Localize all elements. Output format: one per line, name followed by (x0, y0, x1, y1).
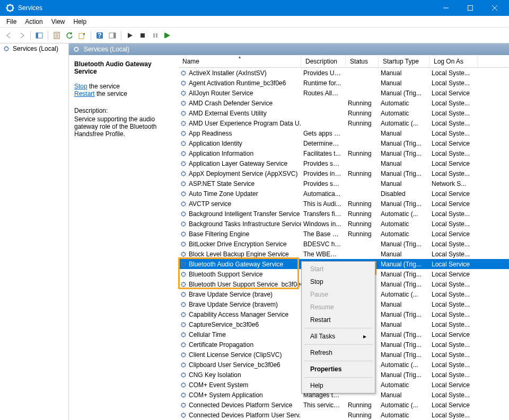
service-startup-cell: Manual (Trig... (379, 311, 429, 318)
column-name[interactable]: Name▴ (178, 55, 301, 67)
cm-properties[interactable]: Properties (303, 363, 374, 376)
menu-help[interactable]: Help (69, 17, 91, 26)
nav-back-button[interactable] (3, 30, 15, 41)
service-logon-cell: Local Syste... (429, 100, 478, 107)
service-desc-cell: Provides su... (301, 180, 346, 187)
service-row[interactable]: AppX Deployment Service (AppXSVC)Provide… (178, 168, 509, 178)
service-row[interactable]: AVCTP serviceThis is Audi...RunningManua… (178, 199, 509, 209)
show-hide-console-button[interactable] (33, 30, 45, 41)
service-logon-cell: Local Syste... (429, 110, 478, 117)
service-row[interactable]: AMD External Events UtilityRunningAutoma… (178, 108, 509, 118)
cm-separator-icon (304, 377, 373, 378)
selected-service-name: Bluetooth Audio Gateway Service (74, 60, 173, 75)
svg-text:?: ? (98, 32, 101, 39)
service-row[interactable]: Auto Time Zone UpdaterAutomatica...Disab… (178, 189, 509, 199)
menu-view[interactable]: View (47, 17, 69, 26)
service-desc-cell: Gets apps re... (301, 130, 346, 137)
service-desc-cell: This service ... (301, 401, 346, 409)
restart-service-link[interactable]: Restart (74, 90, 95, 97)
service-row[interactable]: Background Intelligent Transfer ServiceT… (178, 209, 509, 219)
service-logon-cell: Local Syste... (429, 281, 478, 288)
service-desc-cell: Determines ... (301, 140, 346, 147)
service-row[interactable]: ASP.NET State ServiceProvides su...Manua… (178, 178, 509, 189)
service-gear-icon (179, 371, 188, 379)
toolbar-separator-icon (30, 31, 31, 40)
chevron-right-icon: ▸ (363, 333, 366, 340)
stop-service-link[interactable]: Stop (74, 83, 87, 90)
maximize-button[interactable] (458, 0, 482, 16)
service-status-cell: Running (346, 120, 379, 127)
nav-forward-button[interactable] (16, 30, 28, 41)
service-row[interactable]: BitLocker Drive Encryption ServiceBDESVC… (178, 239, 509, 249)
service-name-cell: App Readiness (189, 130, 232, 137)
service-status-cell: Running (346, 110, 379, 117)
cm-separator-icon (304, 344, 373, 345)
service-logon-cell: Local Syste... (429, 301, 478, 308)
cm-resume[interactable]: Resume (303, 301, 374, 314)
service-logon-cell: Local Service (429, 401, 478, 409)
show-hide-action-pane-button[interactable] (107, 30, 118, 41)
stop-service-button[interactable] (137, 30, 148, 41)
pause-service-button[interactable] (150, 30, 161, 41)
services-icon (2, 44, 11, 53)
menu-action[interactable]: Action (21, 17, 47, 26)
service-row[interactable]: Background Tasks Infrastructure ServiceW… (178, 219, 509, 229)
cm-pause[interactable]: Pause (303, 288, 374, 301)
service-startup-cell: Automatic (379, 100, 429, 107)
tree-root-services[interactable]: Services (Local) (0, 43, 68, 54)
cm-all-tasks[interactable]: All Tasks▸ (303, 330, 374, 343)
service-row[interactable]: Base Filtering EngineThe Base Fil...Runn… (178, 229, 509, 239)
window-title: Services (18, 4, 434, 12)
service-startup-cell: Manual (Trig... (379, 240, 429, 248)
cm-start[interactable]: Start (303, 263, 374, 275)
column-startup-type[interactable]: Startup Type (379, 55, 429, 67)
cm-separator-icon (304, 328, 373, 328)
service-startup-cell: Manual (379, 130, 429, 137)
service-row[interactable]: AllJoyn Router ServiceRoutes AllJo...Man… (178, 88, 509, 98)
service-gear-icon (179, 169, 188, 178)
service-gear-icon (179, 320, 188, 329)
description-label: Description: (74, 107, 173, 114)
column-status[interactable]: Status (346, 55, 379, 67)
export-list-button[interactable] (76, 30, 88, 41)
column-description[interactable]: Description (301, 55, 346, 67)
cm-refresh[interactable]: Refresh (303, 346, 374, 359)
menu-file[interactable]: File (2, 17, 21, 26)
service-name-cell: AllJoyn Router Service (189, 90, 253, 97)
main-area: Services (Local) Services (Local) Blueto… (0, 43, 509, 420)
service-name-cell: AMD Crash Defender Service (189, 100, 273, 107)
service-logon-cell: Local Syste... (429, 210, 478, 218)
properties-button[interactable] (51, 30, 63, 41)
service-row[interactable]: Connected Devices Platform User Serv...R… (178, 410, 509, 420)
service-row[interactable]: Agent Activation Runtime_bc3f0e6Runtime … (178, 78, 509, 88)
service-row[interactable]: AMD Crash Defender ServiceRunningAutomat… (178, 98, 509, 108)
restart-service-button[interactable] (162, 30, 174, 41)
service-row[interactable]: Application IdentityDetermines ...Manual… (178, 138, 509, 148)
service-logon-cell: Local Syste... (429, 240, 478, 248)
column-logon-as[interactable]: Log On As (429, 55, 478, 67)
service-row[interactable]: Block Level Backup Engine ServiceThe WBE… (178, 249, 509, 259)
service-row[interactable]: ActiveX Installer (AxInstSV)Provides Us.… (178, 68, 509, 78)
service-name-cell: Auto Time Zone Updater (189, 190, 258, 198)
service-row[interactable]: Application InformationFacilitates t...R… (178, 148, 509, 158)
service-gear-icon (179, 240, 188, 248)
service-name-cell: AMD User Experience Program Data U... (189, 120, 301, 127)
svg-rect-11 (79, 33, 84, 39)
service-row[interactable]: AMD User Experience Program Data U...Run… (178, 118, 509, 128)
cm-help[interactable]: Help (303, 379, 374, 392)
service-status-cell: Running (346, 220, 379, 228)
service-logon-cell: Local Service (429, 230, 478, 238)
close-button[interactable] (482, 0, 507, 16)
service-row[interactable]: Connected Devices Platform ServiceThis s… (178, 400, 509, 410)
cm-restart[interactable]: Restart (303, 314, 374, 326)
refresh-button[interactable] (64, 30, 75, 41)
cm-stop[interactable]: Stop (303, 275, 374, 288)
help-button[interactable]: ? (94, 30, 106, 41)
minimize-button[interactable] (434, 0, 458, 16)
start-service-button[interactable] (124, 30, 136, 41)
service-row[interactable]: Application Layer Gateway ServiceProvide… (178, 158, 509, 168)
service-row[interactable]: App ReadinessGets apps re...ManualLocal … (178, 128, 509, 138)
service-startup-cell: Manual (379, 321, 429, 328)
service-logon-cell: Local Syste... (429, 130, 478, 137)
service-startup-cell: Automatic (379, 110, 429, 117)
